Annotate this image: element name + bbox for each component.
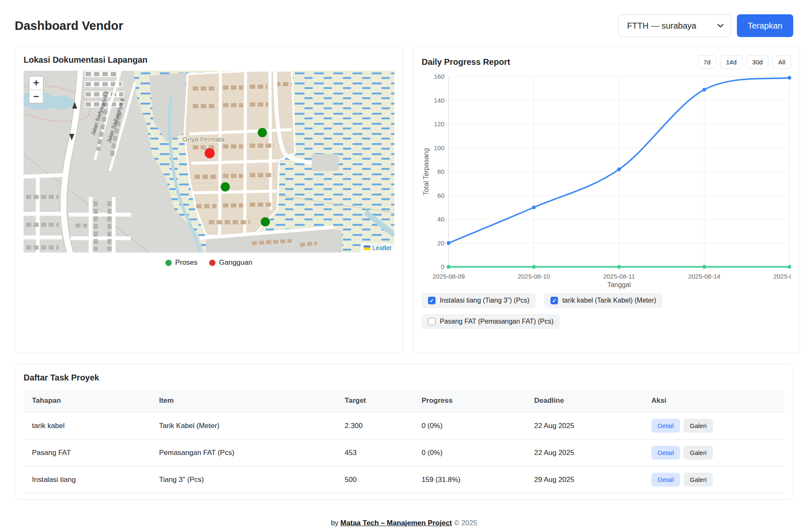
topbar-controls: FTTH — surabaya Terapkan [618,14,793,37]
column-header-deadline: Deadline [526,389,643,412]
column-header-item: Item [151,389,336,412]
range-buttons: 7d14d30dAll [698,55,791,69]
cell-tahapan: Instalasi tiang [24,466,151,493]
svg-text:2025-08-09: 2025-08-09 [433,273,465,280]
leaflet-link[interactable]: Leaflet [372,244,391,251]
series-toggle-label: Pasang FAT (Pemasangan FAT) (Pcs) [440,318,553,325]
svg-text:2025-08-10: 2025-08-10 [518,273,550,280]
chevron-down-icon [717,24,724,28]
table-body: tarik kabelTarik Kabel (Meter)2.3000 (0%… [24,412,784,493]
cell-deadline: 22 Aug 2025 [526,439,643,466]
footer-copyright: © 2025 [454,519,477,527]
footer: by Mataa Tech – Manajemen Project © 2025 [0,519,808,527]
series-toggle-0[interactable]: ✓Instalasi tiang (Tiang 3") (Pcs) [422,293,536,308]
svg-text:20: 20 [437,239,444,247]
cell-progress: 0 (0%) [413,412,526,439]
svg-text:60: 60 [437,192,444,199]
progress-card: Daily Progress Report 7d14d30dAll 020406… [413,46,800,353]
range-button-7d[interactable]: 7d [698,55,717,69]
cell-progress: 159 (31.8%) [413,466,526,493]
legend-label: Gangguan [219,258,252,267]
footer-prefix: by [331,519,338,527]
progress-chart: 0204060801001201401602025-08-092025-08-1… [422,71,791,290]
table-row: tarik kabelTarik Kabel (Meter)2.3000 (0%… [24,412,784,439]
gangguan-dot-icon [209,260,215,266]
map-card-title: Lokasi Dokumentasi Lapangan [24,55,394,65]
cell-item: Pemasangan FAT (Pcs) [151,439,336,466]
ukraine-flag-icon [364,245,370,250]
cell-target: 500 [336,466,413,493]
cell-aksi: DetailGaleri [643,466,784,493]
map-attribution: Leaflet [361,243,394,253]
column-header-target: Target [336,389,413,412]
cards-row: Lokasi Dokumentasi Lapangan [0,46,808,353]
range-button-all[interactable]: All [772,55,791,69]
map-marker-proses[interactable] [221,182,230,192]
map-canvas: Jalan Sadyagriya 1 Jalan Sadyagriya 9 Gr… [24,71,394,253]
galeri-button[interactable]: Galeri [683,446,713,460]
progress-card-title: Daily Progress Report [422,57,510,67]
cell-aksi: DetailGaleri [643,439,784,466]
map-marker-gangguan[interactable] [205,148,215,158]
galeri-button[interactable]: Galeri [683,473,713,487]
svg-text:160: 160 [434,73,444,80]
svg-text:100: 100 [434,144,444,152]
project-select-value: FTTH — surabaya [627,21,696,31]
map-zoom-control: + − [29,76,44,104]
galeri-button[interactable]: Galeri [683,419,713,433]
chart-head: Daily Progress Report 7d14d30dAll [422,55,791,69]
svg-text:120: 120 [434,120,444,128]
apply-button[interactable]: Terapkan [737,14,793,37]
map-container[interactable]: Jalan Sadyagriya 1 Jalan Sadyagriya 9 Gr… [24,71,394,253]
map-marker-proses[interactable] [258,128,267,137]
project-select[interactable]: FTTH — surabaya [618,14,731,37]
cell-aksi: DetailGaleri [643,412,784,439]
map-legend-item-proses: Proses [165,258,197,267]
column-header-tahapan: Tahapan [24,389,151,412]
task-table: TahapanItemTargetProgressDeadlineAksi ta… [24,389,784,493]
svg-text:2025-08-15: 2025-08-15 [773,273,791,280]
task-card: Daftar Task Proyek TahapanItemTargetProg… [15,364,793,500]
table-row: Instalasi tiangTiang 3" (Pcs)500159 (31.… [24,466,784,493]
map-legend: ProsesGangguan [24,258,394,267]
cell-deadline: 22 Aug 2025 [526,412,643,439]
svg-text:Tanggal: Tanggal [607,281,631,288]
zoom-out-button[interactable]: − [29,90,43,103]
task-card-title: Daftar Task Proyek [24,373,784,383]
area-label: Griya Permata [183,136,225,143]
svg-text:Total Terpasang: Total Terpasang [423,148,430,196]
column-header-aksi: Aksi [643,389,784,412]
svg-text:80: 80 [437,168,444,175]
detail-button[interactable]: Detail [651,419,680,433]
topbar: Dashboard Vendor FTTH — surabaya Terapka… [0,0,808,37]
svg-text:0: 0 [441,263,444,270]
column-header-progress: Progress [413,389,526,412]
svg-text:2025-08-11: 2025-08-11 [603,273,635,280]
svg-text:40: 40 [437,215,444,223]
legend-label: Proses [175,258,197,267]
cell-item: Tiang 3" (Pcs) [151,466,336,493]
series-toggles: ✓Instalasi tiang (Tiang 3") (Pcs)✓tarik … [422,293,754,329]
proses-dot-icon [165,260,172,266]
series-toggle-2[interactable]: Pasang FAT (Pemasangan FAT) (Pcs) [422,314,560,329]
table-header-row: TahapanItemTargetProgressDeadlineAksi [24,389,784,412]
map-marker-proses[interactable] [260,217,270,226]
detail-button[interactable]: Detail [651,473,680,487]
range-button-30d[interactable]: 30d [746,55,768,69]
map-card: Lokasi Dokumentasi Lapangan [15,46,403,353]
footer-link[interactable]: Mataa Tech – Manajemen Project [340,519,452,527]
series-toggle-label: Instalasi tiang (Tiang 3") (Pcs) [440,297,529,304]
checkbox-unchecked-icon[interactable] [428,318,436,325]
series-toggle-1[interactable]: ✓tarik kabel (Tarik Kabel) (Meter) [544,293,662,308]
range-button-14d[interactable]: 14d [720,55,742,69]
detail-button[interactable]: Detail [651,446,680,460]
cell-target: 2.300 [336,412,413,439]
checkbox-checked-icon[interactable]: ✓ [428,297,436,304]
map-legend-item-gangguan: Gangguan [209,258,252,267]
cell-tahapan: Pasang FAT [24,439,151,466]
cell-tahapan: tarik kabel [24,412,151,439]
checkbox-checked-icon[interactable]: ✓ [550,297,558,304]
svg-text:2025-08-14: 2025-08-14 [688,273,720,280]
zoom-in-button[interactable]: + [29,77,43,90]
cell-item: Tarik Kabel (Meter) [151,412,336,439]
